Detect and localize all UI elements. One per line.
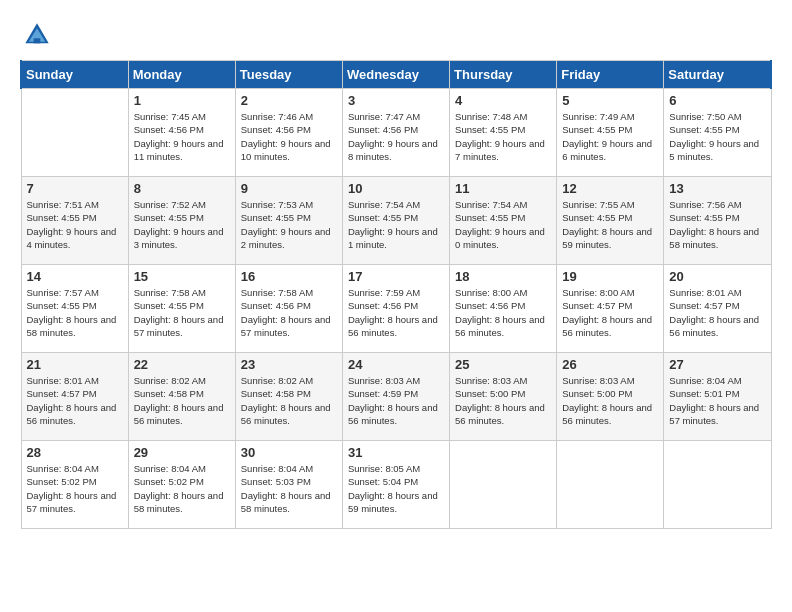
day-info: Sunrise: 7:54 AMSunset: 4:55 PMDaylight:…	[455, 198, 551, 251]
day-number: 20	[669, 269, 765, 284]
day-number: 3	[348, 93, 444, 108]
calendar-cell: 20Sunrise: 8:01 AMSunset: 4:57 PMDayligh…	[664, 265, 771, 353]
day-number: 21	[27, 357, 123, 372]
calendar-cell: 19Sunrise: 8:00 AMSunset: 4:57 PMDayligh…	[557, 265, 664, 353]
day-number: 15	[134, 269, 230, 284]
calendar-cell: 16Sunrise: 7:58 AMSunset: 4:56 PMDayligh…	[235, 265, 342, 353]
day-info: Sunrise: 7:59 AMSunset: 4:56 PMDaylight:…	[348, 286, 444, 339]
calendar-cell: 26Sunrise: 8:03 AMSunset: 5:00 PMDayligh…	[557, 353, 664, 441]
calendar-cell: 31Sunrise: 8:05 AMSunset: 5:04 PMDayligh…	[342, 441, 449, 529]
day-number: 25	[455, 357, 551, 372]
day-info: Sunrise: 7:54 AMSunset: 4:55 PMDaylight:…	[348, 198, 444, 251]
calendar-cell: 24Sunrise: 8:03 AMSunset: 4:59 PMDayligh…	[342, 353, 449, 441]
day-number: 4	[455, 93, 551, 108]
calendar-cell: 10Sunrise: 7:54 AMSunset: 4:55 PMDayligh…	[342, 177, 449, 265]
calendar-table: Sunday Monday Tuesday Wednesday Thursday…	[20, 60, 772, 529]
day-info: Sunrise: 7:57 AMSunset: 4:55 PMDaylight:…	[27, 286, 123, 339]
page-header	[20, 20, 772, 50]
col-friday: Friday	[557, 61, 664, 89]
calendar-week-row: 7Sunrise: 7:51 AMSunset: 4:55 PMDaylight…	[21, 177, 771, 265]
calendar-cell: 4Sunrise: 7:48 AMSunset: 4:55 PMDaylight…	[450, 89, 557, 177]
calendar-cell: 17Sunrise: 7:59 AMSunset: 4:56 PMDayligh…	[342, 265, 449, 353]
calendar-cell: 25Sunrise: 8:03 AMSunset: 5:00 PMDayligh…	[450, 353, 557, 441]
calendar-cell: 18Sunrise: 8:00 AMSunset: 4:56 PMDayligh…	[450, 265, 557, 353]
day-info: Sunrise: 7:50 AMSunset: 4:55 PMDaylight:…	[669, 110, 765, 163]
day-info: Sunrise: 8:02 AMSunset: 4:58 PMDaylight:…	[134, 374, 230, 427]
calendar-cell: 3Sunrise: 7:47 AMSunset: 4:56 PMDaylight…	[342, 89, 449, 177]
day-info: Sunrise: 8:03 AMSunset: 5:00 PMDaylight:…	[562, 374, 658, 427]
calendar-week-row: 14Sunrise: 7:57 AMSunset: 4:55 PMDayligh…	[21, 265, 771, 353]
day-number: 16	[241, 269, 337, 284]
calendar-cell: 11Sunrise: 7:54 AMSunset: 4:55 PMDayligh…	[450, 177, 557, 265]
col-monday: Monday	[128, 61, 235, 89]
calendar-cell	[21, 89, 128, 177]
day-number: 22	[134, 357, 230, 372]
day-info: Sunrise: 7:52 AMSunset: 4:55 PMDaylight:…	[134, 198, 230, 251]
day-number: 24	[348, 357, 444, 372]
day-info: Sunrise: 8:04 AMSunset: 5:03 PMDaylight:…	[241, 462, 337, 515]
day-info: Sunrise: 7:46 AMSunset: 4:56 PMDaylight:…	[241, 110, 337, 163]
day-number: 14	[27, 269, 123, 284]
col-saturday: Saturday	[664, 61, 771, 89]
calendar-cell: 13Sunrise: 7:56 AMSunset: 4:55 PMDayligh…	[664, 177, 771, 265]
day-number: 26	[562, 357, 658, 372]
day-number: 23	[241, 357, 337, 372]
day-number: 10	[348, 181, 444, 196]
col-sunday: Sunday	[21, 61, 128, 89]
day-number: 5	[562, 93, 658, 108]
calendar-cell: 27Sunrise: 8:04 AMSunset: 5:01 PMDayligh…	[664, 353, 771, 441]
day-number: 1	[134, 93, 230, 108]
day-number: 11	[455, 181, 551, 196]
calendar-cell: 12Sunrise: 7:55 AMSunset: 4:55 PMDayligh…	[557, 177, 664, 265]
day-info: Sunrise: 8:00 AMSunset: 4:56 PMDaylight:…	[455, 286, 551, 339]
day-info: Sunrise: 7:58 AMSunset: 4:56 PMDaylight:…	[241, 286, 337, 339]
calendar-cell: 22Sunrise: 8:02 AMSunset: 4:58 PMDayligh…	[128, 353, 235, 441]
logo	[20, 20, 56, 50]
calendar-cell: 1Sunrise: 7:45 AMSunset: 4:56 PMDaylight…	[128, 89, 235, 177]
day-number: 17	[348, 269, 444, 284]
calendar-cell: 30Sunrise: 8:04 AMSunset: 5:03 PMDayligh…	[235, 441, 342, 529]
day-info: Sunrise: 8:04 AMSunset: 5:01 PMDaylight:…	[669, 374, 765, 427]
day-number: 13	[669, 181, 765, 196]
day-info: Sunrise: 7:48 AMSunset: 4:55 PMDaylight:…	[455, 110, 551, 163]
day-number: 18	[455, 269, 551, 284]
day-info: Sunrise: 7:45 AMSunset: 4:56 PMDaylight:…	[134, 110, 230, 163]
day-number: 12	[562, 181, 658, 196]
day-info: Sunrise: 7:53 AMSunset: 4:55 PMDaylight:…	[241, 198, 337, 251]
day-number: 29	[134, 445, 230, 460]
calendar-cell	[664, 441, 771, 529]
day-info: Sunrise: 8:04 AMSunset: 5:02 PMDaylight:…	[134, 462, 230, 515]
calendar-cell	[557, 441, 664, 529]
calendar-week-row: 21Sunrise: 8:01 AMSunset: 4:57 PMDayligh…	[21, 353, 771, 441]
calendar-cell: 21Sunrise: 8:01 AMSunset: 4:57 PMDayligh…	[21, 353, 128, 441]
day-info: Sunrise: 8:02 AMSunset: 4:58 PMDaylight:…	[241, 374, 337, 427]
header-row: Sunday Monday Tuesday Wednesday Thursday…	[21, 61, 771, 89]
day-info: Sunrise: 7:49 AMSunset: 4:55 PMDaylight:…	[562, 110, 658, 163]
day-info: Sunrise: 8:01 AMSunset: 4:57 PMDaylight:…	[27, 374, 123, 427]
calendar-cell	[450, 441, 557, 529]
day-info: Sunrise: 8:04 AMSunset: 5:02 PMDaylight:…	[27, 462, 123, 515]
day-number: 28	[27, 445, 123, 460]
calendar-cell: 15Sunrise: 7:58 AMSunset: 4:55 PMDayligh…	[128, 265, 235, 353]
calendar-cell: 29Sunrise: 8:04 AMSunset: 5:02 PMDayligh…	[128, 441, 235, 529]
calendar-cell: 5Sunrise: 7:49 AMSunset: 4:55 PMDaylight…	[557, 89, 664, 177]
day-info: Sunrise: 8:03 AMSunset: 5:00 PMDaylight:…	[455, 374, 551, 427]
calendar-cell: 28Sunrise: 8:04 AMSunset: 5:02 PMDayligh…	[21, 441, 128, 529]
day-number: 9	[241, 181, 337, 196]
calendar-cell: 8Sunrise: 7:52 AMSunset: 4:55 PMDaylight…	[128, 177, 235, 265]
day-number: 30	[241, 445, 337, 460]
day-number: 6	[669, 93, 765, 108]
day-number: 2	[241, 93, 337, 108]
col-tuesday: Tuesday	[235, 61, 342, 89]
day-info: Sunrise: 7:51 AMSunset: 4:55 PMDaylight:…	[27, 198, 123, 251]
day-info: Sunrise: 7:55 AMSunset: 4:55 PMDaylight:…	[562, 198, 658, 251]
day-info: Sunrise: 8:03 AMSunset: 4:59 PMDaylight:…	[348, 374, 444, 427]
day-number: 27	[669, 357, 765, 372]
day-number: 31	[348, 445, 444, 460]
calendar-cell: 14Sunrise: 7:57 AMSunset: 4:55 PMDayligh…	[21, 265, 128, 353]
logo-icon	[22, 20, 52, 50]
calendar-cell: 6Sunrise: 7:50 AMSunset: 4:55 PMDaylight…	[664, 89, 771, 177]
day-info: Sunrise: 8:05 AMSunset: 5:04 PMDaylight:…	[348, 462, 444, 515]
day-info: Sunrise: 7:56 AMSunset: 4:55 PMDaylight:…	[669, 198, 765, 251]
calendar-cell: 23Sunrise: 8:02 AMSunset: 4:58 PMDayligh…	[235, 353, 342, 441]
